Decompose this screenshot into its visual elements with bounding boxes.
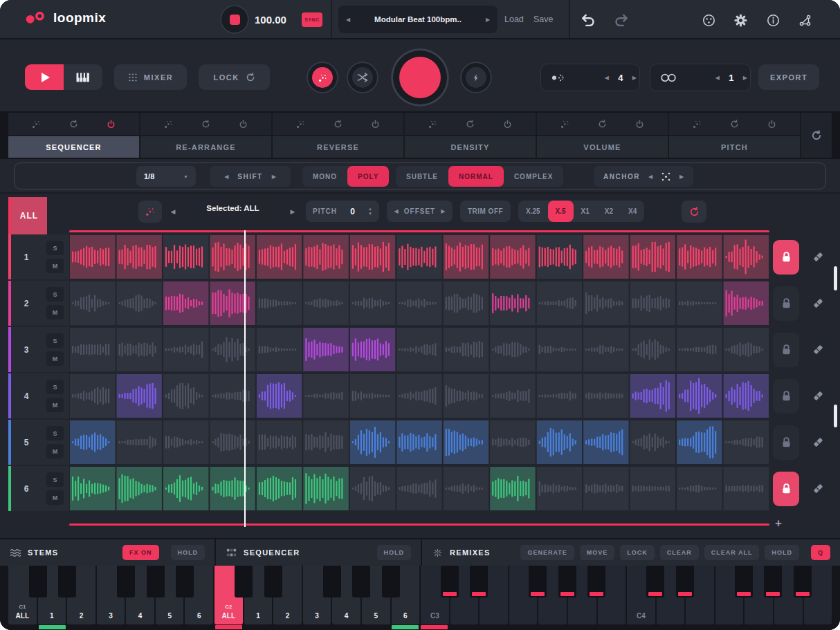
tab-cycle-icon[interactable]: [334, 120, 343, 129]
pitch-stepper[interactable]: ▲▼: [368, 207, 372, 216]
pitch-up-icon[interactable]: ▲: [368, 207, 372, 211]
track-lock-button[interactable]: [773, 286, 799, 321]
tab-power-icon[interactable]: [767, 120, 776, 129]
complexity-option-normal[interactable]: NORMAL: [448, 166, 504, 187]
track-waveform-grid[interactable]: [69, 420, 769, 464]
remixes-quantize-button[interactable]: Q: [811, 545, 830, 560]
tab-cycle-icon[interactable]: [598, 120, 607, 129]
scrollbar-thumb[interactable]: [834, 405, 837, 427]
divisions-prev-button[interactable]: ◀: [602, 72, 612, 84]
playhead[interactable]: [244, 230, 246, 527]
track-erase-button[interactable]: [803, 234, 833, 279]
offset-left-button[interactable]: ◀: [394, 208, 399, 214]
preset-next-button[interactable]: ▶: [478, 17, 497, 23]
black-key[interactable]: [470, 566, 488, 597]
mode-option-mono[interactable]: MONO: [302, 166, 347, 187]
offset-right-button[interactable]: ▶: [441, 208, 445, 214]
black-key[interactable]: [382, 566, 400, 597]
save-button[interactable]: Save: [533, 15, 554, 24]
black-key[interactable]: [587, 566, 605, 597]
mute-button[interactable]: M: [46, 259, 64, 273]
scrollbar-thumb[interactable]: [834, 266, 837, 290]
remixes-lock-button[interactable]: LOCK: [620, 545, 655, 560]
track-erase-button[interactable]: [803, 420, 833, 465]
tab-cycle-icon[interactable]: [201, 120, 210, 129]
black-key[interactable]: [323, 566, 341, 597]
selection-randomize-button[interactable]: [138, 201, 162, 223]
solo-button[interactable]: S: [46, 333, 64, 348]
mute-button[interactable]: M: [46, 351, 64, 366]
undo-button[interactable]: [581, 13, 596, 26]
preset-prev-button[interactable]: ◀: [338, 17, 358, 23]
tab-power-icon[interactable]: [635, 120, 644, 129]
black-key[interactable]: [441, 566, 459, 597]
flash-button[interactable]: [460, 62, 492, 93]
tab-randomize-icon[interactable]: [32, 120, 41, 129]
main-trigger-button[interactable]: [391, 48, 449, 106]
solo-button[interactable]: S: [46, 426, 64, 441]
track-erase-button[interactable]: [803, 327, 833, 372]
remixes-hold-button[interactable]: HOLD: [765, 545, 799, 560]
mute-button[interactable]: M: [46, 305, 64, 319]
stems-hold-button[interactable]: HOLD: [171, 545, 206, 560]
black-key[interactable]: [794, 566, 812, 597]
tab-reverse[interactable]: REVERSE: [273, 136, 403, 158]
stop-button[interactable]: [220, 5, 249, 34]
shuffle-button[interactable]: [347, 62, 378, 93]
pitch-down-icon[interactable]: ▼: [368, 212, 372, 216]
tab-cycle-icon[interactable]: [466, 120, 475, 129]
track-waveform-grid[interactable]: [69, 235, 769, 279]
track-lock-button[interactable]: [773, 240, 799, 275]
mode-option-poly[interactable]: POLY: [347, 166, 389, 187]
track-lock-button[interactable]: [773, 425, 799, 460]
black-key[interactable]: [676, 566, 694, 597]
cycles-prev-button[interactable]: ◀: [713, 72, 722, 84]
shift-left-button[interactable]: ◀: [224, 174, 228, 180]
mixer-button[interactable]: MIXER: [114, 64, 187, 90]
randomizer-ball-icon[interactable]: [702, 14, 715, 27]
track-lock-button[interactable]: [773, 472, 799, 506]
play-button[interactable]: [25, 64, 64, 90]
black-key[interactable]: [176, 566, 194, 597]
midi-patch-icon[interactable]: [798, 14, 812, 27]
sync-button[interactable]: SYNC: [302, 12, 322, 27]
info-icon[interactable]: [767, 14, 780, 27]
tab-power-icon[interactable]: [503, 120, 512, 129]
lock-button[interactable]: LOCK: [199, 64, 270, 90]
select-all-button[interactable]: ALL: [8, 197, 47, 234]
tab-cycle-icon[interactable]: [730, 120, 739, 129]
track-lock-button[interactable]: [773, 379, 799, 414]
tab-power-icon[interactable]: [371, 120, 380, 129]
cycles-next-button[interactable]: ▶: [740, 72, 750, 84]
mute-button[interactable]: M: [46, 398, 64, 412]
solo-button[interactable]: S: [46, 287, 64, 302]
add-track-button[interactable]: +: [775, 517, 782, 530]
tab-pitch[interactable]: PITCH: [669, 136, 800, 158]
complexity-option-subtle[interactable]: SUBTLE: [396, 166, 448, 187]
black-key[interactable]: [147, 566, 165, 597]
track-waveform-grid[interactable]: [69, 281, 769, 325]
solo-button[interactable]: S: [46, 380, 64, 394]
black-key[interactable]: [58, 566, 76, 597]
track-waveform-grid[interactable]: [69, 467, 769, 510]
tab-power-icon[interactable]: [107, 120, 116, 129]
remixes-generate-button[interactable]: GENERATE: [520, 545, 574, 560]
track-erase-button[interactable]: [803, 373, 833, 418]
load-button[interactable]: Load: [504, 15, 524, 24]
black-key[interactable]: [117, 566, 135, 597]
tab-randomize-icon[interactable]: [164, 120, 173, 129]
black-key[interactable]: [735, 566, 753, 597]
anchor-next-button[interactable]: ▶: [679, 174, 684, 180]
divisions-value[interactable]: 4: [612, 73, 630, 83]
pitch-value[interactable]: 0: [350, 207, 355, 216]
preset-name[interactable]: Modular Beat 100bpm..: [358, 15, 478, 24]
anchor-prev-button[interactable]: ◀: [648, 174, 652, 180]
shift-right-button[interactable]: ▶: [272, 174, 276, 180]
speed-option-x4[interactable]: X4: [621, 201, 644, 222]
black-key[interactable]: [29, 566, 47, 597]
tab-density[interactable]: DENSITY: [405, 136, 536, 158]
speed-option-x2[interactable]: X2: [597, 201, 621, 222]
export-button[interactable]: EXPORT: [758, 64, 819, 90]
tab-randomize-icon[interactable]: [693, 120, 702, 129]
tab-randomize-icon[interactable]: [560, 120, 569, 129]
